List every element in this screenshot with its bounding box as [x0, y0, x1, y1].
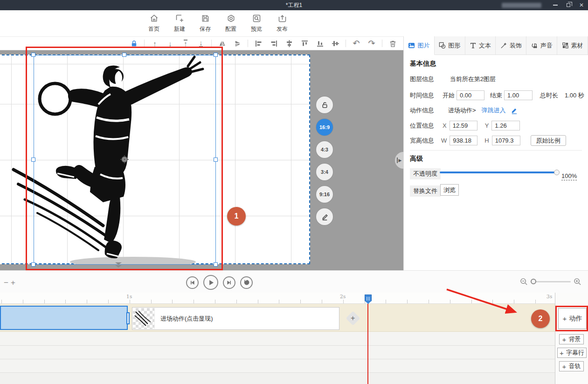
timeline-footer	[0, 373, 555, 384]
ruler-ticks	[0, 300, 588, 303]
width-input[interactable]	[450, 136, 477, 145]
tab-shape[interactable]: 图形	[435, 36, 465, 55]
x-input[interactable]	[450, 121, 477, 130]
canvas-edit-button[interactable]	[316, 208, 333, 225]
collapse-double-arrow-icon[interactable]	[115, 262, 123, 268]
publish-button[interactable]: 发布	[272, 14, 292, 33]
end-time-input[interactable]	[504, 90, 533, 100]
start-time-input[interactable]	[457, 90, 484, 100]
aspect-16-9-button[interactable]: 16:9	[316, 119, 333, 136]
annotation-step-1: 1	[227, 207, 246, 226]
panel-collapse-handle[interactable]: ▶	[395, 152, 403, 169]
tab-decoration[interactable]: 装饰	[496, 36, 526, 55]
y-input[interactable]	[491, 121, 520, 130]
rotation-center-icon[interactable]	[120, 155, 129, 164]
resize-handle-w[interactable]	[31, 158, 35, 162]
skip-to-end-button[interactable]	[223, 276, 235, 289]
zoom-in-icon[interactable]	[574, 278, 581, 286]
action-effect-link[interactable]: 弹跳进入	[482, 106, 506, 115]
close-button[interactable]: ✕	[575, 0, 588, 10]
opacity-value[interactable]: 100%	[561, 172, 577, 180]
annotation-step-2: 2	[531, 309, 550, 328]
flip-vertical-button[interactable]	[232, 38, 242, 48]
move-to-bottom-button[interactable]: ↓	[196, 38, 206, 48]
timeline-zoom-handle[interactable]	[531, 279, 536, 284]
resize-handle-e[interactable]	[214, 158, 218, 162]
resize-handle-nw[interactable]	[31, 53, 35, 57]
move-up-button[interactable]: ↑	[150, 38, 160, 48]
opacity-slider-handle[interactable]	[554, 170, 560, 175]
flip-horizontal-button[interactable]	[217, 38, 227, 48]
canvas-zoom-in-button[interactable]: +	[11, 278, 15, 288]
zoom-out-icon[interactable]	[520, 278, 528, 286]
lock-button[interactable]	[129, 38, 139, 48]
browse-button[interactable]: 浏览	[440, 184, 459, 196]
layer-info-row: 图层信息 当前所在第2图层	[410, 75, 496, 83]
tab-assets[interactable]: 素材	[557, 36, 588, 55]
align-right-button[interactable]	[269, 38, 279, 48]
tab-sound[interactable]: 声音	[526, 36, 557, 55]
clip-resize-handle[interactable]	[126, 312, 130, 324]
align-bottom-button[interactable]	[315, 38, 325, 48]
add-audio-button[interactable]: +音轨	[559, 361, 584, 371]
aspect-3-4-button[interactable]: 3:4	[316, 164, 333, 180]
skip-to-start-button[interactable]	[186, 276, 199, 289]
new-button[interactable]: 新建	[169, 14, 190, 33]
new-label: 新建	[174, 25, 185, 33]
aspect-9-16-button[interactable]: 9:16	[316, 186, 333, 203]
play-button[interactable]	[203, 275, 218, 290]
layer-value: 当前所在第2图层	[450, 75, 496, 82]
background-track[interactable]	[0, 332, 555, 346]
save-icon	[201, 14, 210, 23]
move-down-button[interactable]: ↓	[165, 38, 175, 48]
home-button[interactable]: 首页	[144, 14, 164, 33]
minimize-button[interactable]	[549, 0, 562, 10]
delete-button[interactable]	[387, 38, 398, 48]
edit-action-pencil-icon[interactable]	[511, 107, 518, 114]
align-center-vertical-button[interactable]	[330, 38, 340, 48]
undo-button[interactable]: ↶	[351, 38, 361, 48]
x-label: X	[443, 122, 447, 129]
add-action-button[interactable]: +动作	[558, 308, 587, 329]
properties-panel: 图片 图形 文本 装饰 声音 素材 基本信	[403, 36, 588, 293]
resize-handle-n[interactable]	[122, 53, 126, 57]
original-ratio-button[interactable]: 原始比例	[531, 135, 566, 146]
redo-button[interactable]: ↷	[367, 38, 377, 48]
align-top-button[interactable]	[299, 38, 310, 48]
canvas-zoom-out-button[interactable]: −	[4, 278, 8, 288]
align-left-button[interactable]	[253, 38, 263, 48]
entrance-action-clip[interactable]: 进场动作(点击显现)	[132, 307, 339, 330]
move-to-top-button[interactable]: ↑	[180, 38, 191, 48]
timeline-zoom-slider[interactable]	[531, 281, 571, 282]
resize-handle-ne[interactable]	[214, 53, 218, 57]
tab-text[interactable]: 文本	[465, 36, 496, 55]
tab-image[interactable]: 图片	[404, 36, 435, 55]
resize-handle-sw[interactable]	[31, 262, 35, 267]
save-button[interactable]: 保存	[195, 14, 215, 33]
canvas-unlock-button[interactable]	[316, 96, 333, 113]
start-label: 开始	[443, 91, 455, 100]
add-subtitle-button[interactable]: +字幕行	[557, 348, 587, 358]
resize-handle-se[interactable]	[214, 262, 218, 267]
replay-button[interactable]	[240, 276, 253, 289]
opacity-slider[interactable]	[440, 171, 558, 173]
align-center-horizontal-button[interactable]	[284, 38, 294, 48]
add-audio-label: 音轨	[568, 362, 581, 370]
image-duration-clip[interactable]	[0, 306, 128, 330]
audio-track[interactable]	[0, 359, 555, 373]
workspace: 16:9 4:3 3:4 9:16 ▶	[0, 50, 403, 270]
preview-button[interactable]: 预览	[246, 14, 267, 33]
ruler-label-1s: 1s	[126, 294, 132, 300]
add-background-button[interactable]: +背景	[559, 334, 584, 344]
shape-icon	[439, 42, 446, 49]
restore-button[interactable]	[562, 0, 575, 10]
action-type: 进场动作>	[448, 106, 476, 115]
config-button[interactable]: 配置	[221, 14, 241, 33]
timeline-ruler[interactable]: 1s 2s 3s	[0, 293, 588, 304]
height-input[interactable]	[492, 136, 520, 145]
subtitle-track[interactable]	[0, 346, 555, 359]
playhead-line[interactable]	[367, 304, 368, 384]
aspect-4-3-button[interactable]: 4:3	[316, 141, 333, 158]
plus-icon: +	[562, 336, 567, 343]
total-duration-label: 总时长	[540, 91, 558, 100]
